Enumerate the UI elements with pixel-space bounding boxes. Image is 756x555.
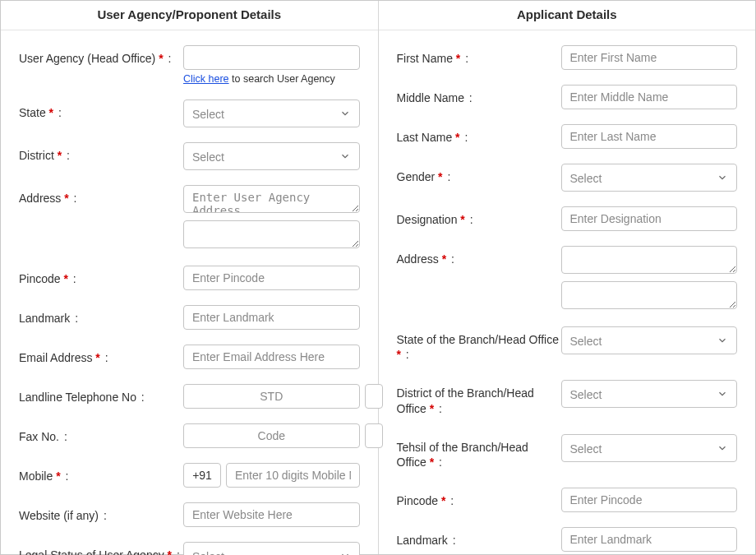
chevron-down-icon [717,388,728,400]
designation-input[interactable] [561,206,738,231]
label-applicant-pincode: Pincode * : [397,488,561,508]
label-state: State * : [19,99,183,120]
label-district: District * : [19,142,183,163]
label-first-name: First Name * : [397,45,561,66]
landmark-input[interactable] [183,305,360,330]
label-user-agency: User Agency (Head Office) * : [19,45,183,66]
landline-std-input[interactable] [183,384,360,409]
chevron-down-icon [717,172,728,183]
applicant-address-textarea-1[interactable] [561,246,738,274]
state-branch-select[interactable]: Select [561,326,738,354]
user-agency-input[interactable] [183,45,360,70]
district-branch-select[interactable]: Select [561,380,738,408]
website-input[interactable] [183,502,360,527]
applicant-address-textarea-2[interactable] [561,281,738,309]
state-select[interactable]: Select [183,99,360,127]
label-email: Email Address * : [19,345,183,365]
applicant-pincode-input[interactable] [561,488,738,512]
middle-name-input[interactable] [561,85,738,109]
panel-applicant: Applicant Details First Name * : Middle … [379,1,756,554]
label-middle-name: Middle Name : [397,85,561,105]
label-gender: Gender * : [397,164,561,184]
panel-title-applicant: Applicant Details [379,1,756,30]
chevron-down-icon [339,150,351,162]
label-legal-status: Legal Status of User Agency * : [19,542,183,555]
legal-status-select[interactable]: Select [183,542,360,555]
chevron-down-icon [339,108,351,119]
chevron-down-icon [717,335,728,346]
label-fax: Fax No. : [19,423,183,444]
label-district-branch: District of the Branch/Head Office * : [397,380,561,415]
label-landline: Landline Telephone No : [19,384,183,405]
label-website: Website (if any) : [19,502,183,523]
chevron-down-icon [339,550,351,555]
panel-user-agency: User Agency/Proponent Details User Agenc… [1,1,379,554]
mobile-prefix: +91 [183,463,221,488]
address-textarea-1[interactable] [183,185,360,213]
district-select[interactable]: Select [183,142,360,170]
label-applicant-landmark: Landmark : [397,527,561,548]
label-pincode: Pincode * : [19,266,183,286]
tehsil-branch-select[interactable]: Select [561,434,738,462]
label-state-branch: State of the Branch/Head Office * : [397,326,561,362]
label-applicant-address: Address * : [397,246,561,266]
label-mobile: Mobile * : [19,463,183,483]
label-tehsil-branch: Tehsil of the Branch/Head Office * : [397,434,561,469]
pincode-input[interactable] [183,266,360,290]
chevron-down-icon [717,442,728,454]
address-textarea-2[interactable] [183,220,360,248]
label-address: Address * : [19,185,183,206]
last-name-input[interactable] [561,124,738,149]
label-landmark: Landmark : [19,305,183,326]
gender-select[interactable]: Select [561,164,738,192]
fax-code-input[interactable] [183,423,360,448]
label-designation: Designation * : [397,206,561,227]
user-agency-search-hint: Click here to search User Agency [183,73,360,85]
mobile-input[interactable] [226,463,360,488]
panel-title-user-agency: User Agency/Proponent Details [1,1,378,30]
email-input[interactable] [183,345,360,369]
applicant-landmark-input[interactable] [561,527,738,552]
label-last-name: Last Name * : [397,124,561,145]
first-name-input[interactable] [561,45,738,70]
user-agency-search-link[interactable]: Click here [183,73,229,85]
